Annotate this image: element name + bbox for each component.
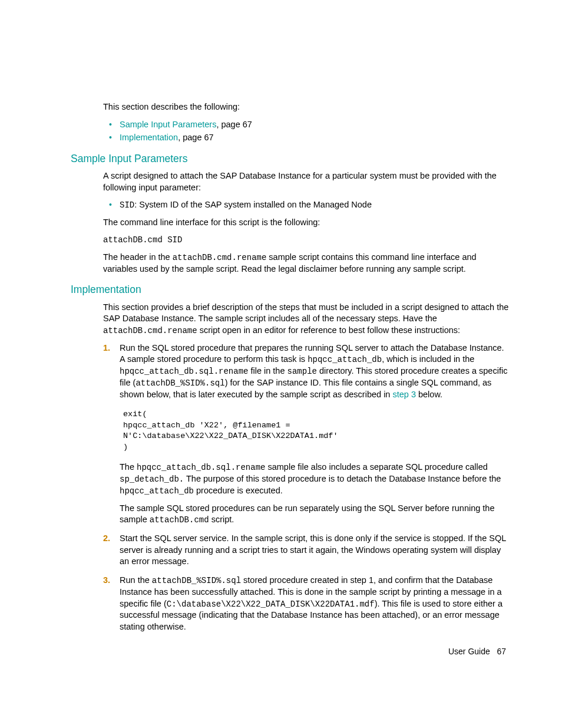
heading-implementation: Implementation — [71, 283, 509, 297]
steps-list: Run the SQL stored procedure that prepar… — [103, 342, 509, 633]
page-number: 67 — [497, 647, 506, 656]
toc-item: Implementation, page 67 — [103, 132, 509, 144]
footer-label: User Guide — [448, 647, 490, 656]
param-list: SID: System ID of the SAP system install… — [103, 199, 509, 211]
param-item: SID: System ID of the SAP system install… — [103, 199, 509, 211]
body-text: The command line interface for this scri… — [103, 217, 509, 229]
toc-item: Sample Input Parameters, page 67 — [103, 119, 509, 131]
step-1: Run the SQL stored procedure that prepar… — [103, 342, 509, 526]
page-footer: User Guide 67 — [448, 646, 506, 657]
body-text: A script designed to attach the SAP Data… — [103, 170, 509, 193]
command-line: attachDB.cmd SID — [103, 235, 509, 246]
intro-text: This section describes the following: — [103, 101, 509, 113]
toc-suffix: , page 67 — [178, 133, 213, 142]
param-code: SID — [120, 200, 134, 210]
toc-link-implementation[interactable]: Implementation — [120, 133, 178, 142]
toc-suffix: , page 67 — [216, 120, 252, 129]
toc-list: Sample Input Parameters, page 67 Impleme… — [103, 119, 509, 144]
toc-link-sample-input[interactable]: Sample Input Parameters — [120, 120, 216, 129]
body-text: The header in the attachDB.cmd.rename sa… — [103, 252, 509, 275]
body-text: The sample SQL stored procedures can be … — [120, 503, 509, 526]
step-3-link[interactable]: step 3 — [392, 390, 416, 399]
body-text: This section provides a brief descriptio… — [103, 302, 509, 337]
param-desc: : System ID of the SAP system installed … — [134, 200, 372, 209]
step-2: Start the SQL server service. In the sam… — [103, 533, 509, 568]
heading-sample-input-parameters: Sample Input Parameters — [71, 152, 509, 166]
code-block: exit( hpqcc_attach_db 'X22', @filename1 … — [123, 409, 509, 454]
body-text: The hpqcc_attach_db.sql.rename sample fi… — [120, 462, 509, 497]
step-3: Run the attachDB_%SID%.sql stored proced… — [103, 575, 509, 633]
